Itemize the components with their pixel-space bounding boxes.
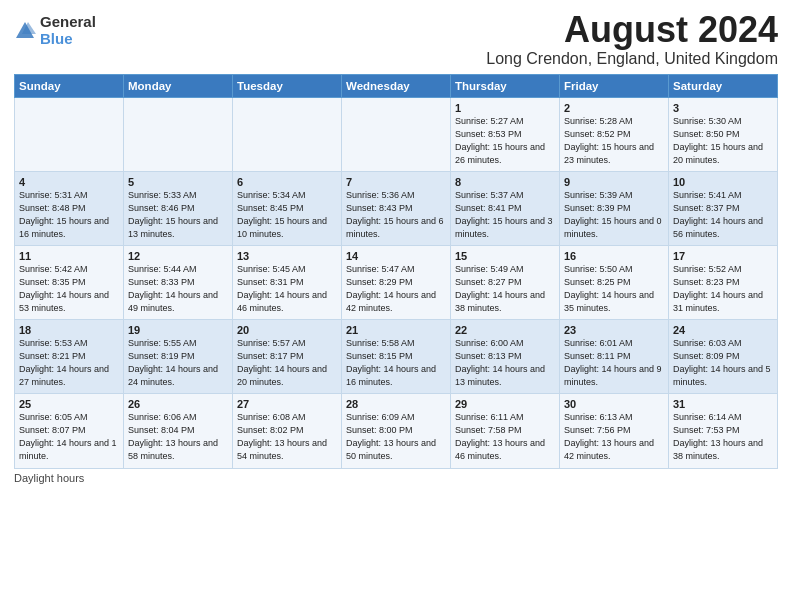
header-row: SundayMondayTuesdayWednesdayThursdayFrid… <box>15 74 778 97</box>
header-day: Monday <box>124 74 233 97</box>
day-number: 4 <box>19 176 119 188</box>
day-info: Sunrise: 6:06 AM Sunset: 8:04 PM Dayligh… <box>128 411 228 463</box>
calendar-cell: 25Sunrise: 6:05 AM Sunset: 8:07 PM Dayli… <box>15 394 124 468</box>
calendar-cell: 7Sunrise: 5:36 AM Sunset: 8:43 PM Daylig… <box>342 171 451 245</box>
calendar-cell: 30Sunrise: 6:13 AM Sunset: 7:56 PM Dayli… <box>560 394 669 468</box>
calendar-cell: 5Sunrise: 5:33 AM Sunset: 8:46 PM Daylig… <box>124 171 233 245</box>
day-number: 11 <box>19 250 119 262</box>
day-info: Sunrise: 5:57 AM Sunset: 8:17 PM Dayligh… <box>237 337 337 389</box>
location: Long Crendon, England, United Kingdom <box>486 50 778 68</box>
calendar-week: 18Sunrise: 5:53 AM Sunset: 8:21 PM Dayli… <box>15 320 778 394</box>
day-info: Sunrise: 5:31 AM Sunset: 8:48 PM Dayligh… <box>19 189 119 241</box>
day-number: 19 <box>128 324 228 336</box>
day-number: 25 <box>19 398 119 410</box>
day-number: 24 <box>673 324 773 336</box>
day-number: 14 <box>346 250 446 262</box>
day-number: 7 <box>346 176 446 188</box>
day-info: Sunrise: 5:44 AM Sunset: 8:33 PM Dayligh… <box>128 263 228 315</box>
day-number: 9 <box>564 176 664 188</box>
calendar-cell <box>124 97 233 171</box>
day-number: 15 <box>455 250 555 262</box>
day-info: Sunrise: 6:05 AM Sunset: 8:07 PM Dayligh… <box>19 411 119 463</box>
day-number: 26 <box>128 398 228 410</box>
header: General Blue August 2024 Long Crendon, E… <box>14 10 778 68</box>
calendar-cell: 26Sunrise: 6:06 AM Sunset: 8:04 PM Dayli… <box>124 394 233 468</box>
day-info: Sunrise: 6:01 AM Sunset: 8:11 PM Dayligh… <box>564 337 664 389</box>
day-number: 12 <box>128 250 228 262</box>
day-info: Sunrise: 5:45 AM Sunset: 8:31 PM Dayligh… <box>237 263 337 315</box>
calendar-cell: 15Sunrise: 5:49 AM Sunset: 8:27 PM Dayli… <box>451 245 560 319</box>
day-number: 30 <box>564 398 664 410</box>
calendar-cell: 2Sunrise: 5:28 AM Sunset: 8:52 PM Daylig… <box>560 97 669 171</box>
day-info: Sunrise: 6:00 AM Sunset: 8:13 PM Dayligh… <box>455 337 555 389</box>
day-number: 23 <box>564 324 664 336</box>
calendar-cell <box>15 97 124 171</box>
day-number: 8 <box>455 176 555 188</box>
day-info: Sunrise: 5:30 AM Sunset: 8:50 PM Dayligh… <box>673 115 773 167</box>
day-info: Sunrise: 5:39 AM Sunset: 8:39 PM Dayligh… <box>564 189 664 241</box>
calendar-cell: 9Sunrise: 5:39 AM Sunset: 8:39 PM Daylig… <box>560 171 669 245</box>
day-info: Sunrise: 6:03 AM Sunset: 8:09 PM Dayligh… <box>673 337 773 389</box>
header-day: Sunday <box>15 74 124 97</box>
calendar-week: 4Sunrise: 5:31 AM Sunset: 8:48 PM Daylig… <box>15 171 778 245</box>
header-day: Friday <box>560 74 669 97</box>
header-day: Wednesday <box>342 74 451 97</box>
calendar-cell: 3Sunrise: 5:30 AM Sunset: 8:50 PM Daylig… <box>669 97 778 171</box>
calendar-cell <box>233 97 342 171</box>
day-number: 5 <box>128 176 228 188</box>
calendar-cell: 20Sunrise: 5:57 AM Sunset: 8:17 PM Dayli… <box>233 320 342 394</box>
day-info: Sunrise: 5:49 AM Sunset: 8:27 PM Dayligh… <box>455 263 555 315</box>
footer-note: Daylight hours <box>14 472 778 484</box>
calendar-week: 1Sunrise: 5:27 AM Sunset: 8:53 PM Daylig… <box>15 97 778 171</box>
day-number: 20 <box>237 324 337 336</box>
day-number: 13 <box>237 250 337 262</box>
calendar-cell: 21Sunrise: 5:58 AM Sunset: 8:15 PM Dayli… <box>342 320 451 394</box>
day-number: 6 <box>237 176 337 188</box>
day-number: 22 <box>455 324 555 336</box>
logo-icon <box>14 20 36 42</box>
day-info: Sunrise: 5:58 AM Sunset: 8:15 PM Dayligh… <box>346 337 446 389</box>
header-day: Thursday <box>451 74 560 97</box>
calendar-cell: 12Sunrise: 5:44 AM Sunset: 8:33 PM Dayli… <box>124 245 233 319</box>
calendar-week: 11Sunrise: 5:42 AM Sunset: 8:35 PM Dayli… <box>15 245 778 319</box>
day-info: Sunrise: 6:09 AM Sunset: 8:00 PM Dayligh… <box>346 411 446 463</box>
day-info: Sunrise: 5:28 AM Sunset: 8:52 PM Dayligh… <box>564 115 664 167</box>
month-year: August 2024 <box>486 10 778 50</box>
header-day: Saturday <box>669 74 778 97</box>
day-number: 10 <box>673 176 773 188</box>
day-info: Sunrise: 5:53 AM Sunset: 8:21 PM Dayligh… <box>19 337 119 389</box>
day-number: 31 <box>673 398 773 410</box>
calendar-cell: 17Sunrise: 5:52 AM Sunset: 8:23 PM Dayli… <box>669 245 778 319</box>
day-number: 29 <box>455 398 555 410</box>
logo-blue: Blue <box>40 31 96 48</box>
calendar-cell: 4Sunrise: 5:31 AM Sunset: 8:48 PM Daylig… <box>15 171 124 245</box>
calendar-cell: 8Sunrise: 5:37 AM Sunset: 8:41 PM Daylig… <box>451 171 560 245</box>
calendar-cell: 11Sunrise: 5:42 AM Sunset: 8:35 PM Dayli… <box>15 245 124 319</box>
day-info: Sunrise: 5:27 AM Sunset: 8:53 PM Dayligh… <box>455 115 555 167</box>
calendar-cell: 28Sunrise: 6:09 AM Sunset: 8:00 PM Dayli… <box>342 394 451 468</box>
day-info: Sunrise: 5:52 AM Sunset: 8:23 PM Dayligh… <box>673 263 773 315</box>
day-info: Sunrise: 5:42 AM Sunset: 8:35 PM Dayligh… <box>19 263 119 315</box>
day-info: Sunrise: 5:37 AM Sunset: 8:41 PM Dayligh… <box>455 189 555 241</box>
day-info: Sunrise: 5:36 AM Sunset: 8:43 PM Dayligh… <box>346 189 446 241</box>
day-number: 27 <box>237 398 337 410</box>
calendar-cell: 29Sunrise: 6:11 AM Sunset: 7:58 PM Dayli… <box>451 394 560 468</box>
calendar-cell: 10Sunrise: 5:41 AM Sunset: 8:37 PM Dayli… <box>669 171 778 245</box>
day-number: 28 <box>346 398 446 410</box>
logo-general: General <box>40 14 96 31</box>
calendar-cell: 19Sunrise: 5:55 AM Sunset: 8:19 PM Dayli… <box>124 320 233 394</box>
calendar-cell: 31Sunrise: 6:14 AM Sunset: 7:53 PM Dayli… <box>669 394 778 468</box>
day-info: Sunrise: 6:14 AM Sunset: 7:53 PM Dayligh… <box>673 411 773 463</box>
calendar-cell: 13Sunrise: 5:45 AM Sunset: 8:31 PM Dayli… <box>233 245 342 319</box>
logo: General Blue <box>14 14 96 47</box>
calendar-cell: 23Sunrise: 6:01 AM Sunset: 8:11 PM Dayli… <box>560 320 669 394</box>
header-day: Tuesday <box>233 74 342 97</box>
day-number: 3 <box>673 102 773 114</box>
day-number: 18 <box>19 324 119 336</box>
calendar-cell: 14Sunrise: 5:47 AM Sunset: 8:29 PM Dayli… <box>342 245 451 319</box>
calendar-cell: 22Sunrise: 6:00 AM Sunset: 8:13 PM Dayli… <box>451 320 560 394</box>
day-number: 1 <box>455 102 555 114</box>
day-info: Sunrise: 5:33 AM Sunset: 8:46 PM Dayligh… <box>128 189 228 241</box>
calendar-cell: 1Sunrise: 5:27 AM Sunset: 8:53 PM Daylig… <box>451 97 560 171</box>
calendar-cell <box>342 97 451 171</box>
